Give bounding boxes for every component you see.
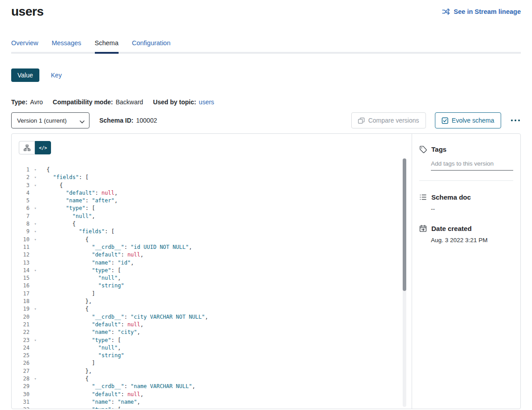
- code-line: 28▾ {: [12, 375, 412, 383]
- more-options-button[interactable]: [510, 117, 521, 124]
- fold-arrow-icon[interactable]: ▾: [32, 220, 38, 228]
- tab-configuration[interactable]: Configuration: [132, 39, 170, 52]
- fold-spacer: [32, 189, 38, 197]
- line-number: 20: [12, 313, 30, 321]
- fold-spacer: [32, 313, 38, 321]
- line-number: 3: [12, 182, 30, 189]
- schema-id-label: Schema ID:: [99, 117, 133, 124]
- version-select[interactable]: Version 1 (current): [11, 112, 89, 128]
- line-number: 5: [12, 197, 30, 205]
- code-line: 15 "null",: [12, 274, 412, 282]
- code-line: 6▾ "type": [: [12, 205, 412, 212]
- fold-arrow-icon[interactable]: ▾: [32, 174, 38, 181]
- date-created-title: Date created: [431, 225, 472, 232]
- schema-editor: </> 1▾{2▾ "fields": [3▾ {4 "default": nu…: [12, 134, 412, 409]
- fold-spacer: [32, 298, 38, 305]
- code-view-button[interactable]: </>: [35, 141, 51, 154]
- fold-arrow-icon[interactable]: ▾: [32, 406, 38, 409]
- code-text: },: [38, 367, 92, 375]
- code-text: "name": "name",: [38, 398, 140, 406]
- tab-messages[interactable]: Messages: [51, 39, 81, 52]
- code-text: {: [38, 166, 50, 174]
- code-line: 2▾ "fields": [: [12, 174, 412, 181]
- stream-lineage-icon: [442, 8, 450, 15]
- line-number: 22: [12, 329, 30, 336]
- tags-input[interactable]: [431, 160, 513, 171]
- key-toggle-button[interactable]: Key: [51, 72, 62, 79]
- type-value: Avro: [30, 98, 43, 106]
- tab-schema[interactable]: Schema: [95, 39, 119, 54]
- code-line: 19▾ {: [12, 305, 412, 313]
- code-line: 18 },: [12, 298, 412, 305]
- code-text: "name": "id",: [38, 259, 134, 267]
- line-number: 29: [12, 383, 30, 390]
- code-line: 13 "name": "id",: [12, 259, 412, 267]
- code-line: 32▾ "type": [: [12, 406, 412, 409]
- schema-doc-section: Schema doc --: [419, 193, 513, 212]
- line-number: 6: [12, 205, 30, 212]
- compare-versions-button[interactable]: Compare versions: [351, 112, 426, 128]
- editor-scrollbar[interactable]: [403, 158, 406, 407]
- tags-title: Tags: [431, 145, 447, 153]
- line-number: 31: [12, 398, 30, 406]
- ellipsis-icon: [511, 120, 520, 122]
- line-number: 26: [12, 359, 30, 367]
- tree-view-button[interactable]: [19, 141, 35, 154]
- line-number: 1: [12, 166, 30, 174]
- fold-arrow-icon[interactable]: ▾: [32, 228, 38, 235]
- schema-doc-header: Schema doc: [419, 193, 513, 201]
- code-text: "__crdb__": "city VARCHAR NOT NULL",: [38, 313, 208, 321]
- fold-arrow-icon[interactable]: ▾: [32, 267, 38, 274]
- fold-spacer: [32, 321, 38, 329]
- line-number: 19: [12, 305, 30, 313]
- chevron-down-icon: [80, 118, 85, 125]
- compare-versions-label: Compare versions: [368, 117, 419, 124]
- code-line: 21 "default": null,: [12, 321, 412, 329]
- code-line: 22 "name": "city",: [12, 329, 412, 336]
- fold-spacer: [32, 352, 38, 359]
- code-text: "string": [38, 282, 124, 290]
- code-text: "fields": [: [38, 174, 89, 181]
- value-toggle-button[interactable]: Value: [11, 68, 39, 82]
- code-line: 11 "__crdb__": "id UUID NOT NULL",: [12, 243, 412, 251]
- code-line: 24 "null",: [12, 344, 412, 352]
- fold-arrow-icon[interactable]: ▾: [32, 182, 38, 189]
- evolve-schema-label: Evolve schema: [452, 117, 494, 124]
- type-label: Type:: [11, 98, 27, 106]
- code-line: 26 ]: [12, 359, 412, 367]
- tree-view-icon: [24, 145, 30, 151]
- calendar-icon: [419, 225, 427, 232]
- schema-id-value: 100002: [136, 117, 157, 124]
- line-number: 18: [12, 298, 30, 305]
- stream-lineage-link[interactable]: See in Stream lineage: [442, 8, 521, 15]
- schema-meta-row: Type: Avro Compatibility mode: Backward …: [11, 98, 521, 106]
- code-text: "null",: [38, 213, 95, 220]
- fold-spacer: [32, 251, 38, 259]
- schema-sidebar: Tags Schema do: [412, 134, 520, 409]
- version-select-value: Version 1 (current): [17, 117, 67, 124]
- compatibility-group: Compatibility mode: Backward: [53, 98, 143, 106]
- line-number: 32: [12, 406, 30, 409]
- line-number: 21: [12, 321, 30, 329]
- fold-arrow-icon[interactable]: ▾: [32, 375, 38, 383]
- fold-spacer: [32, 367, 38, 375]
- page-title: users: [11, 4, 43, 19]
- date-created-section: Date created Aug. 3 2022 3:21 PM: [419, 225, 513, 243]
- line-number: 8: [12, 220, 30, 228]
- used-by-topic-link[interactable]: users: [199, 98, 214, 106]
- code-text: "null",: [38, 344, 121, 352]
- evolve-schema-button[interactable]: Evolve schema: [435, 112, 501, 128]
- code-line: 10▾ {: [12, 236, 412, 243]
- code-text: },: [38, 298, 92, 305]
- fold-arrow-icon[interactable]: ▾: [32, 337, 38, 344]
- fold-arrow-icon[interactable]: ▾: [32, 166, 38, 174]
- editor-scrollbar-thumb[interactable]: [403, 158, 406, 291]
- fold-arrow-icon[interactable]: ▾: [32, 205, 38, 212]
- fold-arrow-icon[interactable]: ▾: [32, 305, 38, 313]
- line-number: 11: [12, 243, 30, 251]
- fold-arrow-icon[interactable]: ▾: [32, 236, 38, 243]
- fold-spacer: [32, 359, 38, 367]
- code-text: {: [38, 182, 63, 189]
- fold-spacer: [32, 398, 38, 406]
- tab-overview[interactable]: Overview: [11, 39, 38, 52]
